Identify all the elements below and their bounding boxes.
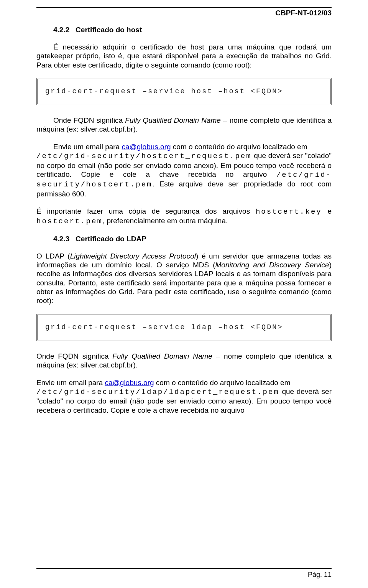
text-run: com o conteúdo do arquivo localizado em [171,143,307,151]
italic-term: Fully Qualified Domain Name [112,352,212,360]
footer-rule-thin [36,567,332,569]
text-run: Onde FQDN significa [36,352,112,360]
inline-code: /etc/grid-security/hostcert_request.pem [36,152,252,160]
header-code: CBPF-NT-012/03 [36,9,332,17]
paragraph: É necessário adquirir o certificado de h… [36,43,332,69]
inline-code: hostcert.pem [36,217,103,226]
text-run: Onde FQDN significa [53,116,125,124]
section-heading-host: 4.2.2 Certificado do host [36,26,332,34]
inline-code: hostcert.key [256,208,322,216]
text-run: Envie um email para [53,143,122,151]
email-link[interactable]: ca@globus.org [105,379,154,387]
footer-rule-thick [36,568,332,569]
paragraph: Onde FQDN significa Fully Qualified Doma… [36,116,332,134]
command-box: grid-cert-request –service ldap –host <F… [36,314,332,341]
italic-term: Lightweight Directory Access Protocol [70,252,196,260]
text-run: Envie um email para [36,379,105,387]
italic-term: Monitoring and Discovery Service [215,261,329,269]
paragraph: Onde FQDN significa Fully Qualified Doma… [36,352,332,370]
page-number: Pág. 11 [36,571,332,579]
command-text: grid-cert-request –service ldap –host <F… [45,323,283,331]
section-number: 4.2.2 [53,26,69,34]
text-run: , preferencialmente em outra máquina. [103,217,228,225]
footer: Pág. 11 [36,567,332,579]
text-run: com o conteúdo do arquivo localizado em [154,379,291,387]
italic-term: Fully Qualified Domain Name [125,116,221,124]
section-title: Certificado do LDAP [76,235,146,243]
command-text: grid-cert-request –service host –host <F… [45,87,283,96]
inline-code: /etc/grid-security/ldap/ldapcert_request… [36,388,279,396]
command-box: grid-cert-request –service host –host <F… [36,78,332,105]
section-title: Certificado do host [76,26,142,34]
text-run: É importante fazer uma cópia de seguranç… [36,207,256,215]
section-heading-ldap: 4.2.3 Certificado do LDAP [36,235,332,243]
paragraph: É importante fazer uma cópia de seguranç… [36,207,332,226]
text-run: e [322,207,332,215]
section-number: 4.2.3 [53,235,69,243]
email-link[interactable]: ca@globus.org [122,143,171,151]
paragraph: O LDAP (Lightweight Directory Access Pro… [36,252,332,305]
header-rule-top [36,7,332,8]
page: CBPF-NT-012/03 4.2.2 Certificado do host… [0,0,368,588]
paragraph: Envie um email para ca@globus.org com o … [36,142,332,198]
text-run: O LDAP ( [36,252,70,260]
paragraph: Envie um email para ca@globus.org com o … [36,378,332,415]
